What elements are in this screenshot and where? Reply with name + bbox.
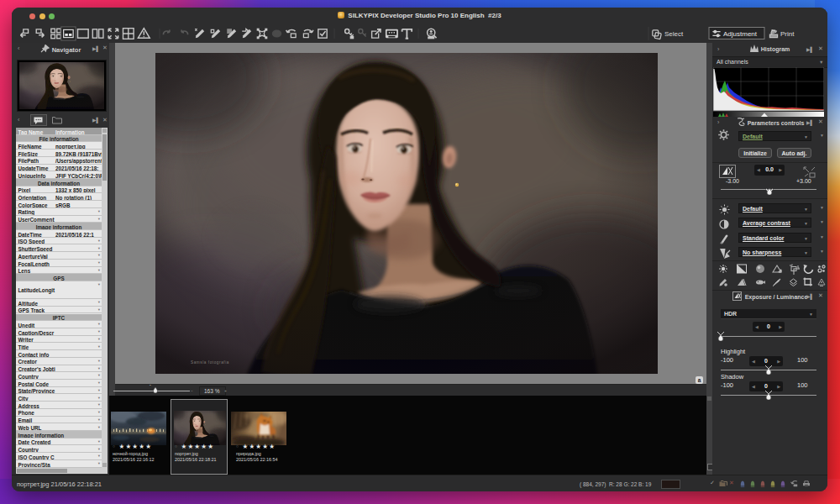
- svg-text:Adjustment: Adjustment: [723, 30, 758, 38]
- svg-text:Print: Print: [780, 30, 795, 38]
- svg-text:Select: Select: [664, 30, 684, 38]
